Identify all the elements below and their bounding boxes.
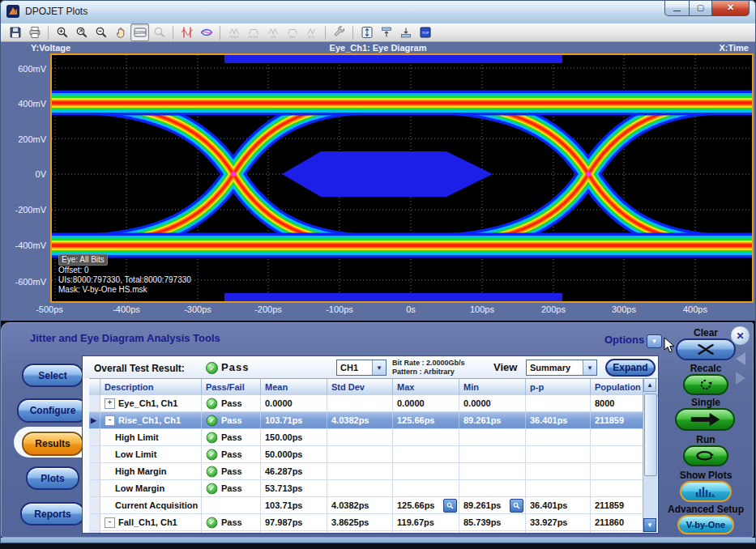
run-button[interactable]	[683, 445, 728, 466]
col-mean[interactable]: Mean	[261, 379, 327, 396]
table-scrollbar[interactable]	[643, 378, 657, 532]
y-tick: 400mV	[1, 99, 46, 109]
zoom-sync-icon	[150, 23, 169, 41]
print-icon[interactable]	[25, 23, 44, 41]
options-menu[interactable]: Options	[604, 334, 644, 346]
col-min[interactable]: Min	[459, 379, 526, 396]
v-by-one-button[interactable]: V-by-One	[677, 515, 734, 534]
nav-select-button[interactable]: Select	[22, 364, 83, 387]
x-tick: 100ps	[458, 304, 506, 314]
align-bottom-icon[interactable]	[396, 23, 415, 41]
table-row-selected[interactable]: -Rise_Ch1, Ch1 Pass 103.71ps4.0382ps 125…	[89, 412, 644, 429]
pan-hand-icon[interactable]	[111, 23, 130, 41]
collapse-icon[interactable]: -	[105, 415, 115, 426]
col-passfail[interactable]: Pass/Fail	[202, 379, 261, 396]
y-tick: 200mV	[1, 134, 46, 144]
col-population[interactable]: Population	[591, 379, 644, 396]
advanced-setup-label: Advanced Setup	[664, 504, 747, 515]
panel-title: Jitter and Eye Diagram Analysis Tools	[30, 332, 220, 344]
pass-icon	[207, 415, 218, 426]
zoom-in-icon[interactable]	[53, 23, 71, 41]
zoom-out-icon[interactable]	[92, 23, 110, 41]
save-icon[interactable]	[6, 23, 24, 41]
table-row[interactable]: Low Limit Pass 50.000ps	[89, 446, 644, 463]
chevron-down-icon[interactable]	[372, 360, 386, 375]
fit-vertical-icon[interactable]	[357, 23, 376, 41]
svg-text:RESET: RESET	[229, 36, 240, 39]
table-row[interactable]: High Limit Pass 150.00ps	[89, 429, 644, 446]
reset-vertical-icon: RESET	[224, 23, 243, 41]
table-row[interactable]: +Eye_Ch1, Ch1 Pass 0.0000 0.00000.0000 8…	[89, 395, 644, 412]
recalc-label: Recalc	[669, 363, 742, 374]
overall-result-value: Pass	[221, 361, 249, 373]
vertical-cursors-icon[interactable]	[177, 23, 196, 41]
overall-result-label: Overall Test Result:	[94, 363, 185, 374]
nav-reports-button[interactable]: Reports	[20, 502, 85, 526]
x-tick: -500ps	[25, 304, 74, 314]
nav-configure-button[interactable]: Configure	[17, 398, 88, 423]
view-label: View	[493, 361, 517, 373]
align-top-icon[interactable]	[377, 23, 395, 41]
zoom-100-icon[interactable]: 100%	[130, 23, 149, 41]
min-hold-icon: MIN	[263, 23, 282, 41]
x-tick: -400ps	[102, 304, 151, 314]
expand-icon[interactable]: +	[105, 398, 115, 409]
col-description[interactable]: Description	[100, 379, 202, 396]
clear-button[interactable]	[676, 338, 736, 360]
recalc-button[interactable]	[683, 374, 728, 395]
show-plots-button[interactable]	[680, 481, 732, 502]
recalc-icon	[698, 378, 713, 391]
reset-horizontal-icon: RESET	[244, 23, 263, 41]
eye-diagram-plot[interactable]: Eye: All Bits Offset: 0 UIs:8000:797330,…	[50, 53, 754, 303]
collapse-icon[interactable]: -	[105, 517, 115, 528]
table-row[interactable]: -Fall_Ch1, Ch1 Pass 97.987ps3.8625ps 119…	[89, 514, 644, 531]
zoom-detail-icon[interactable]	[510, 499, 523, 513]
title-bar: DPOJET Plots	[0, 0, 756, 24]
minimize-button[interactable]	[664, 0, 690, 16]
max-hold-icon: MAX	[283, 23, 301, 41]
expand-button[interactable]: Expand	[605, 359, 656, 377]
table-row[interactable]: Low Margin Pass 53.713ps	[89, 480, 644, 497]
close-button[interactable]	[711, 0, 750, 16]
svg-text:SYNC: SYNC	[308, 36, 316, 39]
col-stddev[interactable]: Std Dev	[327, 379, 393, 396]
pass-icon	[207, 517, 218, 528]
chevron-down-icon[interactable]	[583, 360, 596, 375]
window-bottom-border	[0, 538, 756, 543]
top-window-icon[interactable]: TOP	[416, 23, 434, 41]
table-row[interactable]: High Limit Pass 150.00ps	[89, 531, 644, 534]
table-body: +Eye_Ch1, Ch1 Pass 0.0000 0.00000.0000 8…	[83, 395, 658, 534]
plot-annotation-source: Eye: All Bits	[58, 254, 108, 266]
pass-icon	[207, 398, 218, 409]
table-row[interactable]: Current Acquisition 103.71ps4.0382ps 125…	[89, 497, 644, 514]
nav-results-button[interactable]: Results	[22, 432, 83, 456]
histogram-icon	[695, 486, 716, 497]
maximize-button[interactable]	[690, 0, 711, 16]
eye-mask-icon[interactable]	[197, 23, 216, 41]
options-dropdown-icon[interactable]	[647, 334, 662, 348]
col-pp[interactable]: p-p	[526, 379, 591, 396]
y-tick: 0V	[1, 169, 46, 179]
selected-row-marker	[89, 412, 100, 428]
x-tick: 300ps	[600, 304, 648, 314]
zoom-box-icon[interactable]	[72, 23, 91, 41]
y-tick: 600mV	[1, 64, 46, 74]
pass-icon	[207, 483, 218, 494]
table-header: Description Pass/Fail Mean Std Dev Max M…	[89, 378, 659, 397]
wrench-icon[interactable]	[330, 23, 348, 41]
x-tick: 200ps	[529, 304, 578, 314]
zoom-detail-icon[interactable]	[443, 499, 457, 513]
result-summary-bar: Overall Test Result: Pass CH1 Bit Rate :…	[83, 357, 657, 378]
single-button[interactable]	[675, 408, 735, 431]
view-select[interactable]: Summary	[526, 360, 597, 376]
scrollbar-thumb[interactable]	[644, 394, 657, 476]
channel-select[interactable]: CH1	[336, 360, 387, 376]
scroll-down-icon[interactable]	[643, 518, 656, 532]
table-row[interactable]: High Margin Pass 46.287ps	[89, 463, 644, 480]
svg-text:MAX: MAX	[289, 36, 296, 39]
pass-icon	[207, 432, 218, 443]
col-max[interactable]: Max	[393, 379, 459, 396]
scroll-up-icon[interactable]	[643, 378, 656, 392]
x-tick: 400ps	[671, 304, 720, 314]
nav-plots-button[interactable]: Plots	[26, 466, 79, 490]
